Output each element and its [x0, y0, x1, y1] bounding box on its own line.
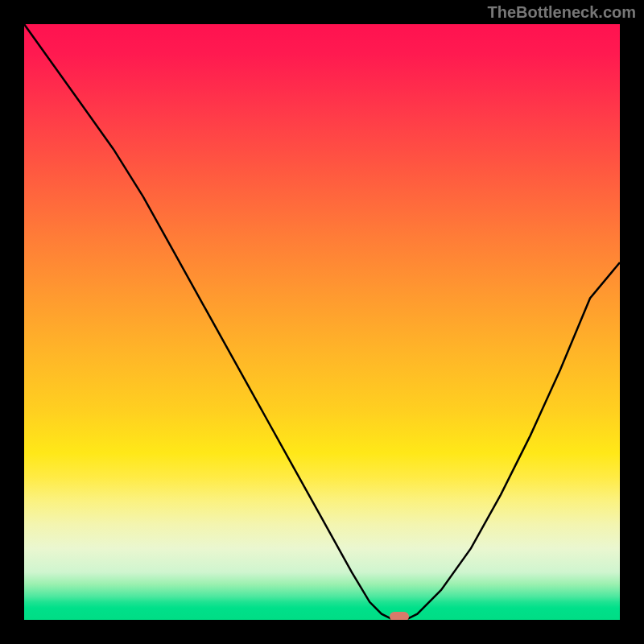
chart-plot-area [24, 24, 620, 620]
attribution-text: TheBottleneck.com [488, 3, 636, 22]
optimal-marker [390, 612, 409, 620]
bottleneck-curve [24, 24, 620, 620]
